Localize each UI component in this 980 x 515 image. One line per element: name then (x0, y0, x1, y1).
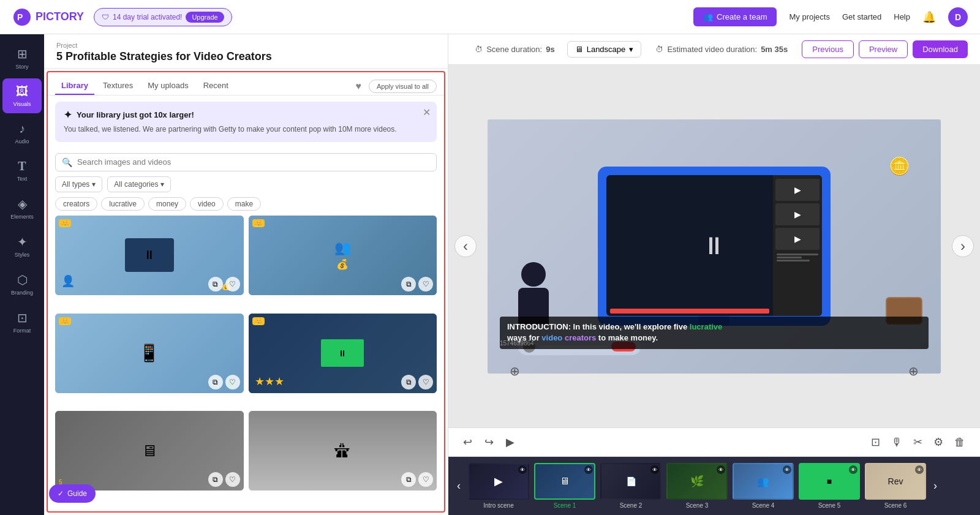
tab-library[interactable]: Library (55, 77, 94, 95)
sidebar-item-visuals[interactable]: 🖼 Visuals (2, 78, 42, 113)
scene-thumb-5[interactable]: ■ 👁 Scene 5 (799, 463, 860, 509)
copy-icon[interactable]: ⧉ (208, 472, 223, 487)
audio-icon: ♪ (19, 122, 25, 136)
avatar[interactable]: D (948, 7, 968, 27)
previous-button[interactable]: Previous (802, 40, 854, 58)
timeline-next[interactable]: › (931, 477, 940, 495)
redo-button[interactable]: ↪ (482, 433, 496, 451)
cut-icon[interactable]: ✂ (911, 433, 925, 451)
scene-thumb-3[interactable]: 🌿 👁 Scene 3 (666, 463, 728, 509)
favorite-icon[interactable]: ♡ (418, 375, 433, 389)
mic-icon[interactable]: 🎙 (889, 433, 905, 451)
sidebar-item-audio[interactable]: ♪ Audio (2, 116, 42, 151)
next-arrow[interactable]: › (952, 235, 974, 257)
search-box: 🔍 (55, 153, 437, 171)
scene-eye-icon: 👁 (518, 465, 527, 474)
media-item[interactable]: 📱 ▶ 👑 ⧉ ♡ (55, 314, 244, 393)
favorites-icon[interactable]: ♥ (356, 81, 362, 92)
text-icon: T (18, 159, 26, 173)
tag-creators[interactable]: creators (55, 197, 97, 211)
scene-label-6: Scene 6 (884, 502, 907, 509)
search-icon: 🔍 (62, 157, 72, 167)
delete-icon[interactable]: 🗑 (952, 433, 968, 451)
scene-label-4: Scene 4 (752, 502, 775, 509)
subtitles-icon[interactable]: ⊡ (869, 433, 883, 451)
help-link[interactable]: Help (894, 12, 910, 21)
media-item[interactable]: ⏸ 👤 💰 👑 ⧉ ♡ (55, 216, 244, 295)
favorite-icon[interactable]: ♡ (418, 277, 433, 291)
favorite-icon[interactable]: ♡ (225, 375, 240, 389)
get-started-link[interactable]: Get started (842, 12, 881, 21)
prev-arrow[interactable]: ‹ (454, 235, 477, 257)
copy-icon[interactable]: ⧉ (208, 375, 223, 389)
notification-icon[interactable]: 🔔 (922, 10, 936, 24)
watermark: 1574699864 (500, 340, 534, 347)
subtitle-bar: INTRODUCTION: In this video, we'll explo… (500, 317, 929, 348)
scene-thumb-4[interactable]: 👥 👁 Scene 4 (733, 463, 794, 509)
sidebar-item-elements[interactable]: ◈ Elements (2, 190, 42, 226)
favorite-icon[interactable]: ♡ (225, 277, 240, 291)
media-item[interactable]: ⏸ ★★★ 👑 ⧉ ♡ (249, 314, 437, 393)
trial-badge: 🛡 14 day trial activated! Upgrade (94, 8, 232, 26)
sidebar-item-text[interactable]: T Text (2, 153, 42, 188)
subtitle-text: INTRODUCTION: In this video, we'll explo… (507, 321, 921, 344)
screen-icon: 🖥 (575, 45, 583, 54)
scene-thumb-intro[interactable]: ▶ 👁 Intro scene (468, 463, 529, 509)
copy-icon[interactable]: ⧉ (208, 277, 223, 291)
copy-icon[interactable]: ⧉ (401, 375, 416, 389)
sidebar-item-styles[interactable]: ✦ Styles (2, 228, 42, 264)
scene-thumb-1[interactable]: 🖥 👁 Scene 1 (534, 463, 595, 509)
tag-lucrative[interactable]: lucrative (101, 197, 145, 211)
notification-close-button[interactable]: ✕ (423, 107, 431, 118)
project-label: Project (56, 42, 435, 49)
add-right-icon[interactable]: ⊕ (908, 364, 919, 378)
scene-eye-icon-6: 👁 (915, 465, 924, 474)
download-button[interactable]: Download (913, 40, 968, 58)
logo-icon: P (12, 7, 32, 27)
media-item[interactable]: 🖥 5 ⧉ ♡ (55, 411, 244, 491)
my-projects-link[interactable]: My projects (789, 12, 829, 21)
guide-icon: ✓ (58, 489, 64, 498)
scene-thumb-6[interactable]: Rev 👁 Scene 6 (865, 463, 926, 509)
media-item[interactable]: 🛣 ⧉ ♡ (249, 411, 437, 491)
controls-bar: ↩ ↪ ▶ ⊡ 🎙 ✂ ⚙ 🗑 (448, 427, 980, 457)
tab-recent[interactable]: Recent (197, 77, 235, 95)
category-filter[interactable]: All categories ▾ (107, 176, 171, 192)
guide-button[interactable]: ✓ Guide (49, 484, 96, 503)
media-grid: ⏸ 👤 💰 👑 ⧉ ♡ 👥 💰 (48, 216, 444, 511)
elements-icon: ◈ (18, 197, 27, 211)
scene-thumb-2[interactable]: 📄 👁 Scene 2 (600, 463, 662, 509)
premium-badge: 👑 (252, 219, 265, 227)
tags-row: creators lucrative money video make (48, 197, 444, 216)
copy-icon[interactable]: ⧉ (401, 277, 416, 291)
premium-badge: 👑 (252, 317, 265, 325)
settings-icon[interactable]: ⚙ (931, 433, 946, 451)
tab-textures[interactable]: Textures (97, 77, 139, 95)
scene-eye-icon-5: 👁 (849, 465, 858, 474)
undo-button[interactable]: ↩ (461, 433, 475, 451)
clock-icon-2: ⏱ (655, 45, 663, 54)
orientation-select[interactable]: 🖥 Landscape ▾ (567, 41, 642, 58)
sidebar-item-story[interactable]: ⊞ Story (2, 40, 42, 76)
scene-img-intro: ▶ 👁 (468, 463, 529, 500)
favorite-icon[interactable]: ♡ (225, 472, 240, 487)
add-left-icon[interactable]: ⊕ (510, 364, 520, 378)
type-filter[interactable]: All types ▾ (55, 176, 102, 192)
tag-money[interactable]: money (148, 197, 186, 211)
apply-visual-button[interactable]: Apply visual to all (369, 80, 437, 93)
story-icon: ⊞ (17, 47, 28, 61)
scene-eye-icon-1: 👁 (584, 465, 593, 474)
tag-make[interactable]: make (227, 197, 261, 211)
media-item[interactable]: 👥 💰 👑 ⧉ ♡ (249, 216, 437, 295)
play-button[interactable]: ▶ (503, 433, 517, 451)
upgrade-button[interactable]: Upgrade (186, 12, 224, 23)
tag-video[interactable]: video (190, 197, 224, 211)
styles-icon: ✦ (17, 235, 28, 249)
preview-button[interactable]: Preview (859, 40, 908, 58)
sidebar-item-format[interactable]: ⊡ Format (2, 304, 42, 340)
create-team-button[interactable]: 👥 Create a team (693, 7, 777, 26)
sidebar-item-branding[interactable]: ⬡ Branding (2, 266, 42, 302)
tab-my-uploads[interactable]: My uploads (141, 77, 194, 95)
timeline-prev[interactable]: ‹ (454, 477, 463, 495)
search-input[interactable] (77, 157, 430, 167)
